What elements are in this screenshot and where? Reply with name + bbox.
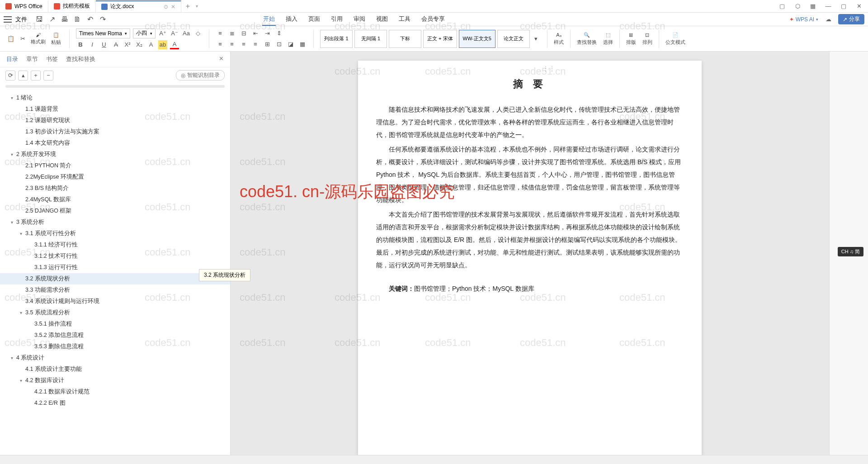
font-name-select[interactable]: Times New Roma▾ — [76, 28, 130, 38]
toc-item[interactable]: ▾4.2 数据库设计 — [0, 375, 230, 386]
styles-more-icon[interactable]: ▾ — [532, 34, 541, 43]
toc-item[interactable]: 2.2MyEclipse 环境配置 — [0, 171, 230, 183]
toc-item[interactable]: ▾1 绪论 — [0, 92, 230, 104]
clear-format-icon[interactable]: ◇ — [193, 29, 203, 38]
toc-item[interactable]: ▾4 系统设计 — [0, 352, 230, 364]
app-hub-icon[interactable]: ⬡ — [793, 2, 802, 11]
align-right-icon[interactable]: ≡ — [239, 40, 248, 49]
save-icon[interactable]: 🖫 — [35, 15, 43, 24]
toc-item[interactable]: 2.1 PYTHON 简介 — [0, 160, 230, 171]
multilevel-icon[interactable]: ⊟ — [239, 29, 248, 38]
wps-ai-button[interactable]: ✦ WPS AI ▾ — [789, 16, 818, 23]
toc-item[interactable]: 3.1.3 运行可行性 — [0, 262, 230, 273]
tab-member[interactable]: 会员专享 — [420, 13, 446, 26]
redo-icon[interactable]: ↷ — [99, 15, 107, 24]
numbering-icon[interactable]: ≣ — [227, 29, 236, 38]
style-thesis-body[interactable]: 论文正文 — [497, 30, 530, 48]
toc-item[interactable]: 1.2 课题研究现状 — [0, 115, 230, 126]
close-sidebar-icon[interactable]: ✕ — [219, 55, 224, 62]
gov-mode-button[interactable]: 📄公文模式 — [664, 31, 687, 47]
chevron-down-icon[interactable]: ▾ — [11, 355, 16, 360]
tab-close-icon[interactable]: ✕ — [171, 4, 175, 10]
italic-icon[interactable]: I — [88, 40, 97, 49]
tab-reference[interactable]: 引用 — [330, 13, 344, 26]
tab-review[interactable]: 审阅 — [353, 13, 366, 26]
hamburger-icon[interactable] — [4, 16, 12, 23]
toc-item[interactable]: 4.1 系统设计主要功能 — [0, 364, 230, 375]
tab-wps-home[interactable]: WPS Office — [0, 0, 48, 12]
tab-tools[interactable]: 工具 — [398, 13, 411, 26]
toc-item[interactable]: ▾3.1 系统可行性分析 — [0, 228, 230, 239]
tab-templates[interactable]: 找稻壳模板 — [48, 0, 96, 12]
tab-page[interactable]: 页面 — [307, 13, 321, 26]
toc-item[interactable]: 4.2.2 E/R 图 — [0, 398, 230, 409]
layout-button[interactable]: ⊞排版 — [624, 31, 638, 47]
change-case-icon[interactable]: Aa — [182, 29, 191, 38]
style-no-spacing[interactable]: 无间隔 1 — [354, 30, 387, 48]
toc-item[interactable]: 3.3 功能需求分析 — [0, 284, 230, 296]
bullets-icon[interactable]: ≡ — [216, 29, 225, 38]
format-painter-button[interactable]: 🖌 格式刷 — [29, 31, 47, 46]
increase-indent-icon[interactable]: ⇥ — [263, 29, 272, 38]
strikethrough-icon[interactable]: A̶ — [111, 40, 120, 49]
styles-pane-button[interactable]: Aₐ样式 — [552, 31, 566, 47]
justify-icon[interactable]: ≡ — [251, 40, 260, 49]
chevron-down-icon[interactable]: ▾ — [11, 95, 16, 100]
file-menu[interactable]: 文件 — [15, 15, 27, 24]
tab-menu-icon[interactable]: ▾ — [196, 4, 198, 9]
arrange-button[interactable]: ⊡排列 — [641, 31, 654, 47]
text-effects-icon[interactable]: A — [146, 40, 156, 49]
export-icon[interactable]: ↗ — [48, 15, 56, 24]
close-window-button[interactable]: ✕ — [854, 2, 863, 11]
toc-item[interactable]: 3.2 系统现状分析 — [0, 273, 230, 284]
toc-add-icon[interactable]: + — [31, 71, 41, 80]
drag-handle-icon[interactable]: ⋮⋮ — [542, 65, 555, 72]
window-mode-icon[interactable]: ▢ — [778, 2, 787, 11]
toc-item[interactable]: ▾3.5 系统流程分析 — [0, 307, 230, 318]
align-left-icon[interactable]: ≡ — [216, 40, 225, 49]
sidebar-tab-chapters[interactable]: 章节 — [26, 55, 38, 63]
text-direction-icon[interactable]: ⊡ — [274, 40, 283, 49]
tab-insert[interactable]: 插入 — [285, 13, 298, 26]
bold-icon[interactable]: B — [76, 40, 85, 49]
toc-item[interactable]: ▾2 系统开发环境 — [0, 149, 230, 160]
shading-icon[interactable]: ◪ — [286, 40, 295, 49]
new-tab-button[interactable]: + — [181, 2, 194, 10]
decrease-indent-icon[interactable]: ⇤ — [251, 29, 260, 38]
sidebar-tab-find[interactable]: 查找和替换 — [66, 55, 95, 63]
align-center-icon[interactable]: ≡ — [227, 40, 236, 49]
document-page[interactable]: 摘 要 随着信息技术和网络技术的飞速发展，人类已进入全新信息化时代，传统管理技术… — [358, 61, 702, 455]
distribute-icon[interactable]: ⊞ — [263, 40, 272, 49]
toc-expand-icon[interactable]: ▴ — [18, 71, 28, 80]
superscript-icon[interactable]: X² — [123, 40, 132, 49]
sidebar-tab-toc[interactable]: 目录 — [6, 55, 18, 63]
document-viewport[interactable]: ⋮⋮ 摘 要 随着信息技术和网络技术的飞速发展，人类已进入全新信息化时代，传统管… — [231, 52, 829, 455]
font-size-select[interactable]: 小四▾ — [133, 28, 156, 38]
cloud-sync-icon[interactable]: ☁ — [824, 15, 833, 24]
increase-font-icon[interactable]: A⁺ — [158, 29, 167, 38]
find-replace-button[interactable]: 🔍查找替换 — [575, 31, 599, 47]
tab-options-icon[interactable]: ⊙ — [164, 4, 168, 10]
copy-icon[interactable]: 📋 — [6, 34, 15, 43]
paste-button[interactable]: 📋 粘贴 — [49, 31, 63, 47]
style-body-simsun[interactable]: 正文 + 宋体 — [423, 30, 457, 48]
toc-remove-icon[interactable]: − — [43, 71, 53, 80]
print-preview-icon[interactable]: 🗎 — [73, 15, 81, 24]
tab-view[interactable]: 视图 — [375, 13, 389, 26]
line-spacing-icon[interactable]: ⇕ — [274, 29, 283, 38]
toc-item[interactable]: 2.5 DJANGO 框架 — [0, 205, 230, 217]
toc-item[interactable]: 1.4 本文研究内容 — [0, 137, 230, 149]
toc-item[interactable]: 3.1.1 经济可行性 — [0, 239, 230, 251]
toc-item[interactable]: 1.3 初步设计方法与实施方案 — [0, 126, 230, 137]
toc-item[interactable]: 3.5.2 添加信息流程 — [0, 330, 230, 341]
toc-item[interactable]: 4.2.1 数据库设计规范 — [0, 386, 230, 398]
sidebar-tab-bookmarks[interactable]: 书签 — [46, 55, 58, 63]
borders-icon[interactable]: ▦ — [298, 40, 307, 49]
minimize-button[interactable]: — — [824, 2, 833, 11]
cut-icon[interactable]: ✂ — [18, 34, 27, 43]
chevron-down-icon[interactable]: ▾ — [11, 220, 16, 225]
toc-item[interactable]: 3.5.1 操作流程 — [0, 318, 230, 330]
toc-item[interactable]: 1.1 课题背景 — [0, 104, 230, 115]
decrease-font-icon[interactable]: A⁻ — [170, 29, 179, 38]
share-button[interactable]: ↗ 分享 — [838, 14, 864, 24]
